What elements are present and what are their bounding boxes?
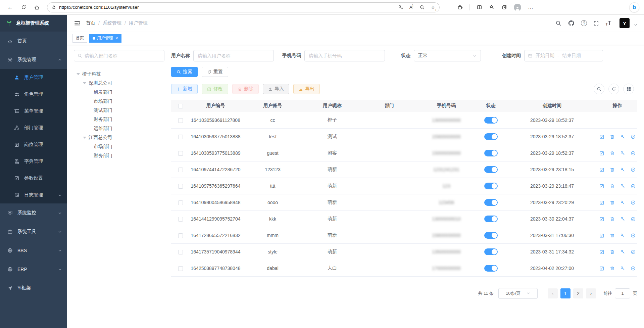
select-all-checkbox[interactable] [178,104,183,108]
export-button[interactable]: 导出 [293,84,320,94]
split-screen-icon[interactable] [477,4,482,10]
tree-node[interactable]: 研发部门 [74,88,164,97]
edit-icon[interactable] [599,134,604,139]
page-button-1[interactable]: 1 [560,288,571,298]
status-toggle[interactable] [484,117,498,124]
fullscreen-icon[interactable] [593,20,599,26]
check-icon[interactable] [631,266,636,271]
key-icon[interactable] [620,233,625,238]
page-button-2[interactable]: 2 [573,288,583,298]
profile-avatar[interactable] [514,4,521,11]
avatar-caret-icon[interactable] [634,23,637,27]
sidebar-item-logs[interactable]: 日志管理 [0,187,67,203]
check-icon[interactable] [631,151,636,156]
sidebar-item-users[interactable]: 用户管理 [0,69,67,86]
page-size-select[interactable]: 10条/页 [498,288,538,299]
sidebar-item-dicts[interactable]: 字典管理 [0,153,67,170]
check-icon[interactable] [631,233,636,238]
font-size-icon[interactable]: TT [605,20,611,26]
next-page-button[interactable]: › [586,288,596,298]
edit-icon[interactable] [599,249,604,254]
sidebar-item-posts[interactable]: 岗位管理 [0,136,67,153]
check-icon[interactable] [631,167,636,172]
status-toggle[interactable] [484,248,498,255]
check-icon[interactable] [631,134,636,139]
tag-user-management[interactable]: 用户管理 × [89,34,121,43]
tree-node[interactable]: 运维部门 [74,124,164,133]
tree-caret-icon[interactable] [83,82,86,84]
status-toggle[interactable] [484,133,498,140]
edit-icon[interactable] [599,266,604,271]
delete-icon[interactable] [610,217,615,222]
key-icon[interactable] [620,151,625,156]
sidebar-item-system[interactable]: 系统管理 [0,50,67,69]
column-settings-icon[interactable] [623,84,634,94]
favorites-bar-icon[interactable] [489,4,495,10]
import-button[interactable]: 导入 [263,84,289,94]
delete-icon[interactable] [610,266,615,271]
key-icon[interactable] [620,249,625,254]
address-bar[interactable]: https://ccnetcore.com:1101/system/user A… [47,2,440,12]
collapse-sidebar-icon[interactable] [74,20,81,27]
status-toggle[interactable] [484,150,498,156]
tree-node[interactable]: 橙子科技 [74,69,164,79]
close-icon[interactable]: × [115,36,118,41]
date-range-picker[interactable]: 开始日期 - 结束日期 [524,50,603,61]
tree-node[interactable]: 深圳总公司 [74,79,164,88]
edit-icon[interactable] [599,167,604,172]
row-checkbox[interactable] [178,200,183,205]
edit-button[interactable]: 修改 [202,84,228,94]
status-toggle[interactable] [484,216,498,222]
user-name-input[interactable] [193,50,274,61]
tree-caret-icon[interactable] [83,137,86,139]
key-icon[interactable] [620,200,625,205]
url-text[interactable]: https://ccnetcore.com:1101/system/user [59,5,395,10]
tree-node[interactable]: 江西总公司 [74,133,164,142]
edit-icon[interactable] [599,233,604,238]
status-toggle[interactable] [484,166,498,173]
key-icon[interactable] [620,167,625,172]
status-toggle[interactable] [484,199,498,206]
help-icon[interactable]: ? [581,20,587,26]
row-checkbox[interactable] [178,250,183,254]
tree-caret-icon[interactable] [77,73,80,75]
delete-icon[interactable] [610,167,615,172]
edit-icon[interactable] [599,184,604,189]
zoom-icon[interactable] [419,5,425,10]
sidebar-item-params[interactable]: 参数设置 [0,170,67,187]
refresh-icon[interactable] [18,2,29,13]
tree-node[interactable]: 财务部门 [74,151,164,160]
key-icon[interactable] [620,134,625,139]
phone-input[interactable] [304,50,385,61]
goto-page-input[interactable] [615,288,630,298]
edit-icon[interactable] [599,151,604,156]
tree-node[interactable]: 财务部门 [74,115,164,124]
refresh-table-icon[interactable] [608,84,619,94]
sidebar-item-monitor[interactable]: 系统监控 [0,203,67,222]
delete-icon[interactable] [610,134,615,139]
sidebar-item-yi[interactable]: Yi框架 [0,279,67,297]
prev-page-button[interactable]: ‹ [548,288,558,298]
row-checkbox[interactable] [178,217,183,222]
breadcrumb-home[interactable]: 首页 [86,20,95,26]
sidebar-item-roles[interactable]: 角色管理 [0,86,67,103]
status-toggle[interactable] [484,232,498,239]
collections-icon[interactable] [501,4,507,10]
sidebar-item-bbs[interactable]: BBS [0,241,67,260]
key-icon[interactable] [620,184,625,189]
row-checkbox[interactable] [178,135,183,139]
github-icon[interactable] [568,20,575,27]
check-icon[interactable] [631,249,636,254]
tag-home[interactable]: 首页 [72,34,87,43]
toggle-search-icon[interactable] [594,84,604,94]
row-checkbox[interactable] [178,168,183,172]
tree-node[interactable]: 测试部门 [74,106,164,115]
search-button[interactable]: 搜索 [171,67,198,77]
status-toggle[interactable] [484,183,498,189]
row-checkbox[interactable] [178,184,183,189]
add-favorite-icon[interactable]: ☆+ [431,4,435,10]
sidebar-item-erp[interactable]: ERP [0,260,67,279]
edit-icon[interactable] [599,217,604,222]
delete-icon[interactable] [610,200,615,205]
sidebar-item-menus[interactable]: 菜单管理 [0,103,67,120]
